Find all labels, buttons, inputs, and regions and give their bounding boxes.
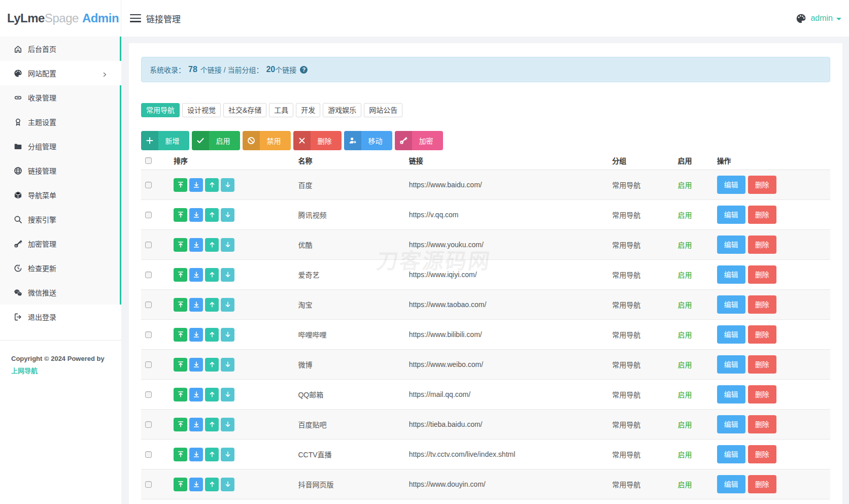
- row-checkbox[interactable]: [145, 391, 152, 398]
- move-to-top-button[interactable]: [174, 358, 187, 372]
- move-to-bottom-button[interactable]: [189, 448, 203, 461]
- edit-button[interactable]: 编辑: [717, 445, 745, 463]
- sidebar-item-award[interactable]: 主题设置: [0, 110, 121, 134]
- delete-button[interactable]: 删除: [748, 325, 776, 344]
- move-to-top-button[interactable]: [174, 178, 187, 192]
- sidebar-item-refresh[interactable]: 检查更新: [0, 256, 121, 280]
- enable-button[interactable]: 启用: [192, 131, 240, 150]
- move-to-top-button[interactable]: [174, 268, 187, 282]
- group-tab[interactable]: 游戏娱乐: [323, 103, 361, 117]
- move-up-button[interactable]: [205, 298, 219, 312]
- sidebar-item-home[interactable]: 后台首页: [0, 37, 121, 61]
- move-down-button[interactable]: [221, 388, 234, 401]
- user-menu[interactable]: admin: [810, 0, 841, 37]
- move-up-button[interactable]: [205, 238, 219, 252]
- move-to-bottom-button[interactable]: [189, 268, 203, 282]
- sidebar-item-globe[interactable]: 链接管理: [0, 158, 121, 183]
- move-to-top-button[interactable]: [174, 328, 187, 342]
- sidebar-item-key[interactable]: 加密管理: [0, 231, 121, 256]
- sidebar-item-cube[interactable]: 导航菜单: [0, 183, 121, 207]
- group-tab[interactable]: 开发: [296, 103, 320, 117]
- edit-button[interactable]: 编辑: [717, 236, 745, 254]
- delete-button[interactable]: 删除: [748, 445, 776, 463]
- move-up-button[interactable]: [205, 448, 219, 461]
- move-up-button[interactable]: [205, 328, 219, 342]
- delete-button[interactable]: 删除: [748, 176, 776, 194]
- move-down-button[interactable]: [221, 448, 234, 461]
- edit-button[interactable]: 编辑: [717, 295, 745, 314]
- row-checkbox[interactable]: [145, 182, 152, 188]
- encrypt-button[interactable]: 加密: [395, 131, 443, 150]
- move-up-button[interactable]: [205, 388, 219, 401]
- group-tab[interactable]: 社交&存储: [223, 103, 266, 117]
- move-to-bottom-button[interactable]: [189, 208, 203, 222]
- move-up-button[interactable]: [205, 478, 219, 491]
- sidebar-item-search[interactable]: 搜索引擎: [0, 207, 121, 231]
- edit-button[interactable]: 编辑: [717, 415, 745, 433]
- copyright-link[interactable]: 上网导航: [11, 366, 38, 376]
- add-button[interactable]: 新增: [141, 131, 189, 150]
- delete-button[interactable]: 删除: [748, 265, 776, 284]
- move-to-top-button[interactable]: [174, 448, 187, 461]
- move-up-button[interactable]: [205, 178, 219, 192]
- group-tab[interactable]: 工具: [269, 103, 293, 117]
- help-question-icon[interactable]: ?: [300, 66, 308, 74]
- delete-button[interactable]: 删除: [293, 131, 342, 150]
- move-down-button[interactable]: [221, 268, 234, 282]
- edit-button[interactable]: 编辑: [717, 265, 745, 284]
- move-to-bottom-button[interactable]: [189, 238, 203, 252]
- move-down-button[interactable]: [221, 208, 234, 222]
- move-to-top-button[interactable]: [174, 478, 187, 491]
- row-checkbox[interactable]: [145, 361, 152, 368]
- move-down-button[interactable]: [221, 478, 234, 491]
- delete-button[interactable]: 删除: [748, 385, 776, 404]
- move-down-button[interactable]: [221, 298, 234, 312]
- move-up-button[interactable]: [205, 208, 219, 222]
- row-checkbox[interactable]: [145, 242, 152, 248]
- row-checkbox[interactable]: [145, 212, 152, 218]
- edit-button[interactable]: 编辑: [717, 325, 745, 344]
- delete-button[interactable]: 删除: [748, 236, 776, 254]
- row-checkbox[interactable]: [145, 421, 152, 428]
- edit-button[interactable]: 编辑: [717, 176, 745, 194]
- move-to-bottom-button[interactable]: [189, 478, 203, 491]
- move-up-button[interactable]: [205, 418, 219, 431]
- move-to-bottom-button[interactable]: [189, 178, 203, 192]
- sidebar-item-link[interactable]: 收录管理: [0, 85, 121, 110]
- move-to-bottom-button[interactable]: [189, 328, 203, 342]
- edit-button[interactable]: 编辑: [717, 355, 745, 374]
- delete-button[interactable]: 删除: [748, 475, 776, 493]
- sidebar-item-logout[interactable]: 退出登录: [0, 305, 121, 329]
- disable-button[interactable]: 禁用: [243, 131, 291, 150]
- sidebar-item-palette[interactable]: 网站配置: [0, 61, 121, 85]
- row-checkbox[interactable]: [145, 451, 152, 458]
- move-down-button[interactable]: [221, 418, 234, 431]
- row-checkbox[interactable]: [145, 481, 152, 488]
- edit-button[interactable]: 编辑: [717, 475, 745, 493]
- select-all-checkbox[interactable]: [145, 157, 152, 164]
- move-button[interactable]: 移动: [344, 131, 392, 150]
- group-tab-active[interactable]: 常用导航: [141, 103, 180, 117]
- edit-button[interactable]: 编辑: [717, 385, 745, 404]
- move-up-button[interactable]: [205, 268, 219, 282]
- move-up-button[interactable]: [205, 358, 219, 372]
- theme-palette-icon[interactable]: [796, 13, 806, 24]
- move-to-bottom-button[interactable]: [189, 418, 203, 431]
- move-to-bottom-button[interactable]: [189, 388, 203, 401]
- delete-button[interactable]: 删除: [748, 355, 776, 374]
- group-tab[interactable]: 网站公告: [364, 103, 402, 117]
- move-to-top-button[interactable]: [174, 208, 187, 222]
- delete-button[interactable]: 删除: [748, 295, 776, 314]
- move-to-top-button[interactable]: [174, 298, 187, 312]
- group-tab[interactable]: 设计视觉: [182, 103, 221, 117]
- sidebar-item-folder[interactable]: 分组管理: [0, 134, 121, 158]
- row-checkbox[interactable]: [145, 301, 152, 308]
- move-down-button[interactable]: [221, 178, 234, 192]
- move-down-button[interactable]: [221, 238, 234, 252]
- sidebar-item-wechat[interactable]: 微信推送: [0, 280, 121, 305]
- menu-toggle-icon[interactable]: [130, 14, 141, 22]
- move-to-bottom-button[interactable]: [189, 298, 203, 312]
- delete-button[interactable]: 删除: [748, 415, 776, 433]
- move-to-top-button[interactable]: [174, 388, 187, 401]
- move-down-button[interactable]: [221, 328, 234, 342]
